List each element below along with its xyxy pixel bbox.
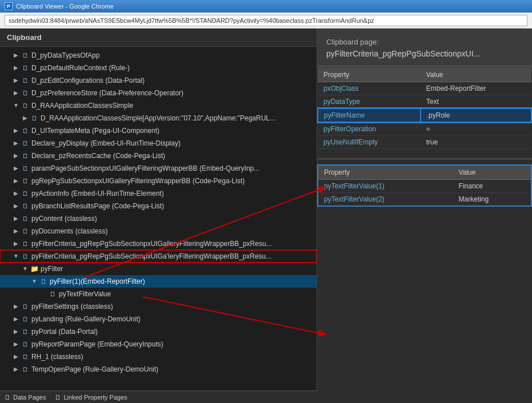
- data-pages-item[interactable]: 🗋 Data Pages: [5, 394, 46, 401]
- right-panel: Clipboard page: pyFilterCriteria_pgRepPg…: [317, 29, 532, 403]
- prop-name[interactable]: pxObjClass: [318, 82, 421, 95]
- tree-label: D_RAAApplicationClassesSimple[AppVersion…: [41, 113, 314, 123]
- prop-name[interactable]: pyTextFilterValue(1): [318, 179, 453, 192]
- doc-icon: 🗋: [21, 214, 30, 223]
- tree-toggle[interactable]: ▶: [11, 314, 21, 324]
- prop-name[interactable]: pyDataType: [318, 95, 421, 108]
- data-pages-label: Data Pages: [13, 394, 46, 401]
- address-bar: ssdehydwin03:8484/prweb/aNAsTS9ESbcw4MyL…: [0, 13, 532, 29]
- tree-toggle[interactable]: ▶: [11, 339, 21, 349]
- tree-label: pyReportParamPage (Embed-QueryInputs): [31, 339, 314, 349]
- tree-toggle[interactable]: ▶: [11, 176, 21, 186]
- doc-icon: 🗋: [21, 164, 30, 173]
- tree-item[interactable]: ▶ 🗋 pyContent (classless): [0, 212, 317, 225]
- tree-toggle[interactable]: ▶: [11, 50, 21, 61]
- prop-name[interactable]: pyTextFilterValue(2): [318, 192, 453, 206]
- table-row[interactable]: pyUseNullIfEmpty true: [318, 135, 531, 148]
- url-input[interactable]: ssdehydwin03:8484/prweb/aNAsTS9ESbcw4MyL…: [5, 15, 527, 26]
- tree-item-pyTextFilterValue[interactable]: ▶ 🗋 pyTextFilterValue: [0, 288, 317, 300]
- tree-toggle[interactable]: ▶: [11, 226, 21, 236]
- tree-item[interactable]: ▶ 🗋 pyBranchListResultsPage (Code-Pega-L…: [0, 200, 317, 212]
- prop-value: Marketing: [453, 192, 531, 206]
- tree-toggle[interactable]: ▶: [11, 126, 21, 136]
- tree-toggle[interactable]: ▶: [11, 201, 21, 211]
- tree-item-filter-criteria[interactable]: ▼ 🗋 pyFilterCriteria_pgRepPgSubSectionpx…: [0, 250, 317, 263]
- prop-value: Text: [421, 95, 531, 108]
- tree-item[interactable]: ▶ 🗋 D_pyDataTypesOfApp: [0, 49, 317, 62]
- property-table-2: Property Value pyTextFilterValue(1) Fina…: [317, 164, 532, 207]
- tree-toggle[interactable]: ▼: [21, 264, 30, 274]
- tree-item[interactable]: ▶ 🗋 RH_1 (classless): [0, 350, 317, 363]
- tree-item-pyfilter-folder[interactable]: ▼ 📁 pyFilter: [0, 263, 317, 275]
- tree-item[interactable]: ▶ 🗋 Declare_pzRecentsCache (Code-Pega-Li…: [0, 150, 317, 162]
- linked-property-pages-item[interactable]: 🗋 Linked Property Pages: [55, 394, 127, 401]
- table-row-highlighted[interactable]: pyFilterName .pyRole: [318, 108, 531, 122]
- tree-toggle[interactable]: ▼: [11, 100, 21, 111]
- tree-label: D_pyDataTypesOfApp: [31, 50, 314, 61]
- doc-icon: 🗋: [21, 176, 30, 186]
- tree-container[interactable]: ▶ 🗋 D_pyDataTypesOfApp ▶ 🗋 D_pzDefaultRu…: [0, 47, 317, 403]
- table-row[interactable]: pyTextFilterValue(2) Marketing: [318, 192, 531, 206]
- tree-toggle[interactable]: ▼: [30, 276, 39, 287]
- tree-item[interactable]: ▶ 🗋 pyReportParamPage (Embed-QueryInputs…: [0, 338, 317, 350]
- tree-toggle[interactable]: ▶: [11, 327, 21, 337]
- tree-toggle[interactable]: ▶: [11, 138, 21, 148]
- tree-toggle[interactable]: ▶: [11, 163, 21, 174]
- tree-label: D_RAAApplicationClassesSimple: [31, 100, 314, 111]
- prop-value: Finance: [453, 179, 531, 192]
- doc-icon: 🗋: [21, 365, 30, 374]
- tree-item[interactable]: ▶ 🗋 pyLanding (Rule-Gallery-DemoUnit): [0, 313, 317, 325]
- prop-name[interactable]: pyFilterOperation: [318, 122, 421, 136]
- tree-item[interactable]: ▶ 🗋 D_UITemplateMeta (Pega-UI-Component): [0, 124, 317, 137]
- tree-label: pyFilterCriteria_pgRepPgSubSectionpxUIGa…: [31, 251, 314, 261]
- tree-item[interactable]: ▶ 🗋 pyActionInfo (Embed-UI-RunTime-Eleme…: [0, 187, 317, 200]
- tree-label: pyFilterCriteria_pgRepPgSubSectionpxUIGa…: [31, 239, 314, 249]
- clipboard-title: Clipboard page: pyFilterCriteria_pgRepPg…: [317, 29, 532, 66]
- tree-label: pyPortal (Data-Portal): [31, 327, 314, 337]
- tree-item[interactable]: ▶ 🗋 pyDocuments (classless): [0, 225, 317, 237]
- tree-item[interactable]: ▶ 🗋 pgRepPgSubSectionpxUIGalleryFilterin…: [0, 175, 317, 187]
- tree-toggle[interactable]: ▼: [11, 251, 21, 261]
- prop-name-highlighted[interactable]: pyFilterName: [318, 108, 421, 122]
- table-row[interactable]: pxObjClass Embed-ReportFilter: [318, 82, 531, 95]
- doc-icon: 🗋: [21, 88, 30, 98]
- tree-label: Declare_pyDisplay (Embed-UI-RunTime-Disp…: [31, 138, 314, 148]
- tree-toggle[interactable]: ▶: [21, 113, 30, 123]
- tree-item[interactable]: ▶ 🗋 TempOpenPage (Rule-Gallery-DemoUnit): [0, 363, 317, 376]
- tree-toggle[interactable]: ▶: [11, 75, 21, 86]
- tree-item[interactable]: ▶ 🗋 D_RAAApplicationClassesSimple[AppVer…: [0, 112, 317, 124]
- tree-item[interactable]: ▼ 🗋 D_RAAApplicationClassesSimple: [0, 99, 317, 112]
- tree-toggle[interactable]: ▶: [11, 151, 21, 161]
- tree-toggle[interactable]: ▶: [11, 213, 21, 224]
- property-table-1-section: Property Value pxObjClass Embed-ReportFi…: [317, 68, 532, 158]
- prop-name[interactable]: pyUseNullIfEmpty: [318, 135, 421, 148]
- tree-item[interactable]: ▶ 🗋 pyFilterCriteria_pgRepPgSubSectionpx…: [0, 237, 317, 250]
- tree-item[interactable]: ▶ 🗋 paramPageSubSectionpxUIGalleryFilter…: [0, 162, 317, 175]
- tree-toggle[interactable]: ▶: [11, 301, 21, 312]
- doc-icon: 🗋: [21, 202, 30, 211]
- tree-item-pyfilter1[interactable]: ▼ 🗋 pyFilter(1)(Embed-ReportFilter): [0, 275, 317, 288]
- tree-item[interactable]: ▶ 🗋 D_pzPreferenceStore (Data-Preference…: [0, 87, 317, 99]
- tree-item[interactable]: ▶ 🗋 D_pzEditConfigurations (Data-Portal): [0, 74, 317, 87]
- tree-item[interactable]: ▶ 🗋 pyFilterSettings (classless): [0, 300, 317, 313]
- tree-toggle[interactable]: ▶: [11, 239, 21, 249]
- doc-icon: 🗋: [21, 101, 30, 110]
- doc-icon: 🗋: [21, 139, 30, 148]
- tree-toggle[interactable]: ▶: [11, 352, 21, 362]
- tree-toggle[interactable]: ▶: [11, 364, 21, 374]
- tree-toggle[interactable]: ▶: [11, 88, 21, 98]
- property-table-1: Property Value pxObjClass Embed-ReportFi…: [317, 68, 532, 149]
- tree-label: pyFilter: [41, 264, 314, 274]
- table-row[interactable]: pyTextFilterValue(1) Finance: [318, 179, 531, 192]
- tree-toggle[interactable]: ▶: [11, 188, 21, 199]
- tree-label: TempOpenPage (Rule-Gallery-DemoUnit): [31, 364, 314, 374]
- table-row[interactable]: pyFilterOperation =: [318, 122, 531, 136]
- tree-item[interactable]: ▶ 🗋 D_pzDefaultRuleContext (Rule-): [0, 62, 317, 74]
- doc-icon: 🗋: [21, 151, 30, 160]
- tree-item[interactable]: ▶ 🗋 pyPortal (Data-Portal): [0, 325, 317, 338]
- tree-toggle[interactable]: ▶: [11, 63, 21, 73]
- col-header-value: Value: [421, 68, 531, 82]
- table-row[interactable]: pyDataType Text: [318, 95, 531, 108]
- left-panel: Clipboard ▶ 🗋 D_pyDataTypesOfApp ▶ 🗋 D_p…: [0, 29, 317, 403]
- tree-item[interactable]: ▶ 🗋 Declare_pyDisplay (Embed-UI-RunTime-…: [0, 137, 317, 150]
